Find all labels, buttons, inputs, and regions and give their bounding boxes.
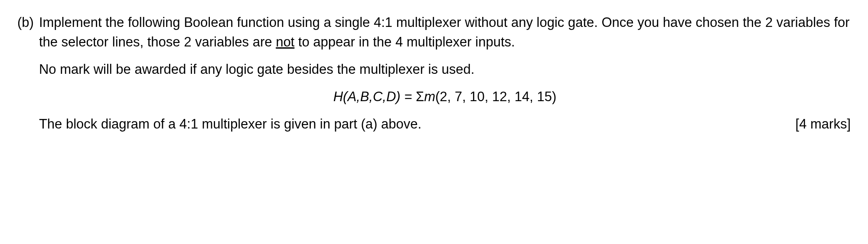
paragraph-1: Implement the following Boolean function…	[39, 13, 851, 52]
formula-m: m	[424, 89, 435, 104]
formula-nums: (2, 7, 10, 12, 14, 15)	[435, 89, 556, 104]
question-label: (b)	[17, 13, 34, 134]
marks-label: [4 marks]	[796, 115, 851, 134]
formula-sigma: Σ	[416, 89, 424, 104]
question-content: Implement the following Boolean function…	[39, 13, 851, 134]
block-diagram-note: The block diagram of a 4:1 multiplexer i…	[39, 115, 421, 134]
no-mark-note: No mark will be awarded if any logic gat…	[39, 60, 851, 79]
para1-part2: to appear in the 4 multiplexer inputs.	[294, 34, 515, 49]
question-item: (b) Implement the following Boolean func…	[17, 13, 851, 134]
para1-underlined: not	[276, 34, 294, 49]
formula-equals: =	[401, 89, 416, 104]
formula-vars: A,B,C,D	[347, 89, 396, 104]
formula: H(A,B,C,D) = Σm(2, 7, 10, 12, 14, 15)	[39, 87, 851, 107]
formula-close-paren: )	[396, 89, 400, 104]
formula-func: H	[333, 89, 343, 104]
last-line-row: The block diagram of a 4:1 multiplexer i…	[39, 115, 851, 134]
formula-open-paren: (	[343, 89, 347, 104]
